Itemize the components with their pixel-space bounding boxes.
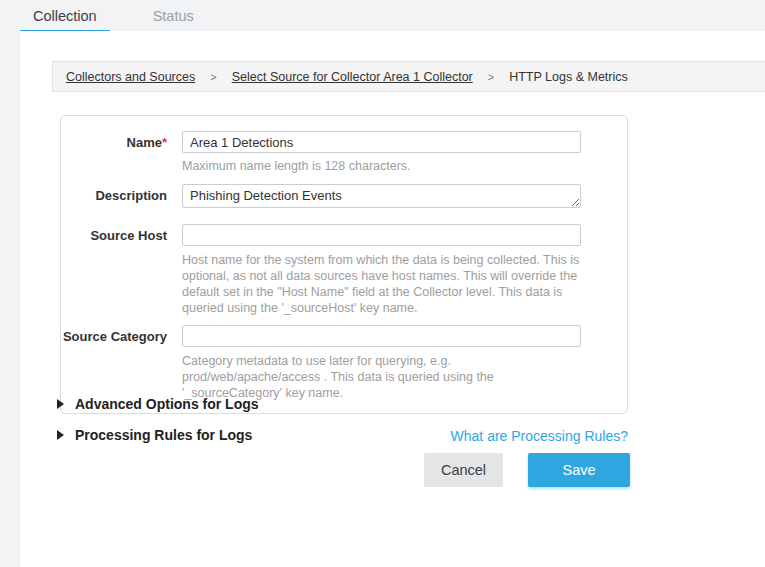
source-config-form: Name* Maximum name length is 128 charact…	[60, 115, 628, 414]
tab-bar: Collection Status	[20, 0, 207, 31]
collapsed-caret-icon	[57, 430, 64, 440]
form-actions: Cancel Save	[424, 453, 630, 487]
name-row: Name* Maximum name length is 128 charact…	[61, 131, 627, 174]
source-host-row: Source Host Host name for the system fro…	[61, 224, 627, 316]
source-host-input[interactable]	[182, 224, 581, 246]
source-host-label: Source Host	[61, 224, 182, 316]
collapsed-caret-icon	[57, 399, 64, 409]
what-are-processing-rules-link[interactable]: What are Processing Rules?	[451, 428, 628, 444]
source-category-label: Source Category	[61, 325, 182, 401]
cancel-button[interactable]: Cancel	[424, 453, 503, 487]
name-helper-text: Maximum name length is 128 characters.	[182, 158, 580, 174]
breadcrumb: Collectors and Sources > Select Source f…	[52, 61, 765, 92]
tab-status-label: Status	[153, 8, 194, 24]
tab-collection-label: Collection	[33, 8, 97, 24]
processing-rules-section-toggle[interactable]: Processing Rules for Logs	[57, 427, 252, 443]
source-category-row: Source Category Category metadata to use…	[61, 325, 627, 401]
description-textarea[interactable]: Phishing Detection Events	[182, 184, 581, 208]
breadcrumb-collectors-and-sources[interactable]: Collectors and Sources	[66, 70, 195, 84]
advanced-options-label: Advanced Options for Logs	[75, 396, 259, 412]
name-label: Name*	[61, 131, 182, 174]
source-host-helper-text: Host name for the system from which the …	[182, 252, 580, 316]
description-row: Description Phishing Detection Events	[61, 184, 627, 212]
advanced-options-section-toggle[interactable]: Advanced Options for Logs	[57, 396, 259, 412]
source-category-input[interactable]	[182, 325, 581, 347]
breadcrumb-separator: >	[210, 71, 216, 83]
tab-collection[interactable]: Collection	[20, 0, 110, 31]
breadcrumb-separator: >	[488, 71, 494, 83]
source-category-helper-text: Category metadata to use later for query…	[182, 353, 580, 401]
processing-rules-label: Processing Rules for Logs	[75, 427, 252, 443]
save-button[interactable]: Save	[528, 453, 630, 487]
required-asterisk: *	[162, 135, 167, 150]
description-label: Description	[61, 184, 182, 212]
name-input[interactable]	[182, 131, 581, 153]
tab-status[interactable]: Status	[140, 0, 207, 31]
breadcrumb-select-source[interactable]: Select Source for Collector Area 1 Colle…	[232, 70, 473, 84]
content-panel: Collectors and Sources > Select Source f…	[20, 31, 765, 567]
breadcrumb-current-page: HTTP Logs & Metrics	[509, 70, 628, 84]
